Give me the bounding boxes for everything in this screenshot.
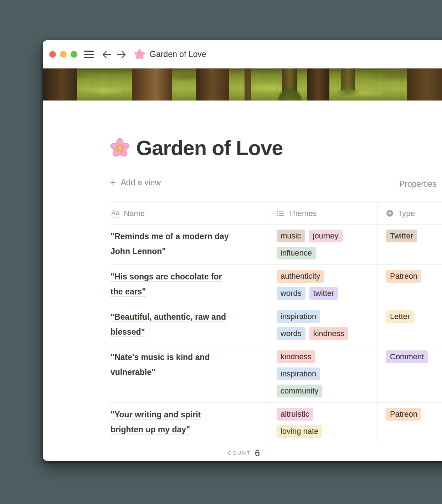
column-label-themes: Themes [288,209,317,218]
add-view-label: Add a view [121,178,161,187]
themes-cell[interactable]: musicjourneyinfluence [268,225,378,264]
minimize-button[interactable] [60,51,67,58]
name-cell[interactable]: "Your writing and spiritbrighten up my d… [110,403,268,443]
type-cell[interactable]: Patreon [378,403,442,443]
table-row: "Your writing and spiritbrighten up my d… [110,403,442,443]
column-label-name: Name [124,209,145,218]
close-button[interactable] [49,51,56,58]
tree-trunk [196,68,229,101]
theme-tag[interactable]: inspiration [277,367,320,380]
tree-trunk [407,68,442,101]
count-value: 6 [255,448,260,458]
row-title-text: "Nate's music is kind and [110,353,210,362]
theme-tag[interactable]: influence [277,247,316,259]
column-header-type[interactable]: Type [378,203,442,224]
page-content: Garden of Love + Add a view Properties A… [43,101,442,461]
theme-tag[interactable]: inspiration [277,310,320,323]
row-title-text: "Reminds me of a modern day [110,232,229,241]
title-property-icon: Aa [111,209,119,217]
properties-button[interactable]: Properties [399,179,437,189]
row-title-text: vulnerable" [110,367,155,377]
type-tag[interactable]: Comment [386,350,428,363]
table-row: "His songs are chocolate forthe ears"aut… [110,265,442,305]
row-title-text: brighten up my day" [110,425,190,434]
tree-trunk [341,68,355,91]
row-title-text: "Beautiful, authentic, raw and [110,312,226,322]
row-title-text: John Lennon" [110,247,166,256]
back-icon[interactable] [102,50,112,59]
themes-cell[interactable]: kindnessinspirationcommunity [268,345,378,402]
row-title-text: "His songs are chocolate for [110,272,222,282]
multiselect-list-icon [277,210,284,217]
tree-trunk [282,68,297,101]
themes-cell[interactable]: inspirationwordskindness [268,305,378,345]
notion-window: Garden of Love [43,40,442,461]
column-header-name[interactable]: Aa Name [110,203,268,224]
count-label: COUNT [228,450,251,456]
theme-tag[interactable]: community [277,385,322,397]
theme-tag[interactable]: twitter [309,287,338,300]
column-label-type: Type [398,209,415,218]
themes-cell[interactable]: authenticitywordstwitter [268,265,378,305]
page-title: Garden of Love [136,136,283,160]
theme-tag[interactable]: altruistic [277,408,313,421]
type-cell[interactable]: Twitter [378,225,442,264]
zoom-button[interactable] [71,51,77,58]
tree-trunk [132,68,172,101]
type-cell[interactable]: Patreon [378,265,442,305]
theme-tag[interactable]: words [277,327,305,340]
table-row: "Beautiful, authentic, raw andblessed"in… [110,305,442,345]
theme-tag[interactable]: words [277,287,305,300]
tree-trunk [307,68,329,101]
plus-icon: + [110,178,116,187]
type-tag[interactable]: Twitter [386,230,417,242]
table-header-row: Aa Name Themes [110,202,442,225]
count-footer[interactable]: COUNT 6 [110,443,378,461]
column-header-themes[interactable]: Themes [268,203,378,224]
select-icon [386,210,394,217]
name-cell[interactable]: "Beautiful, authentic, raw andblessed" [110,305,268,345]
type-tag[interactable]: Letter [386,310,414,323]
row-title-text: blessed" [110,327,145,337]
type-cell[interactable]: Comment [378,345,442,402]
name-cell[interactable]: "Nate's music is kind andvulnerable" [110,345,268,402]
name-cell[interactable]: "Reminds me of a modern dayJohn Lennon" [110,225,268,264]
forward-icon[interactable] [116,50,127,59]
database-table: Aa Name Themes [110,202,442,461]
titlebar-flower-icon [134,49,145,60]
titlebar-title: Garden of Love [150,50,206,59]
theme-tag[interactable]: kindness [309,327,348,340]
tree-trunk [245,68,251,101]
page-flower-icon[interactable] [110,138,130,158]
type-tag[interactable]: Patreon [386,270,421,283]
type-cell[interactable]: Letter [378,305,442,345]
add-view-button[interactable]: + Add a view [110,178,161,187]
theme-tag[interactable]: authenticity [277,270,324,283]
theme-tag[interactable]: loving nate [277,425,322,438]
row-title-text: the ears" [110,287,146,297]
theme-tag[interactable]: music [277,230,305,242]
menu-icon[interactable] [84,51,94,58]
table-body: "Reminds me of a modern dayJohn Lennon"m… [110,225,442,443]
theme-tag[interactable]: kindness [277,350,315,363]
window-titlebar: Garden of Love [43,40,442,68]
type-tag[interactable]: Patreon [386,408,421,421]
themes-cell[interactable]: altruisticloving nate [268,403,378,443]
row-title-text: "Your writing and spirit [110,410,201,420]
page-title-row: Garden of Love [110,101,442,160]
table-row: "Reminds me of a modern dayJohn Lennon"m… [110,225,442,265]
moss-ground [43,68,442,101]
view-toolbar: + Add a view Properties [110,178,442,191]
cover-image [43,68,442,101]
name-cell[interactable]: "His songs are chocolate forthe ears" [110,265,268,305]
tree-trunk [43,68,77,101]
theme-tag[interactable]: journey [309,230,342,242]
table-row: "Nate's music is kind andvulnerable"kind… [110,345,442,403]
traffic-lights [49,51,77,58]
